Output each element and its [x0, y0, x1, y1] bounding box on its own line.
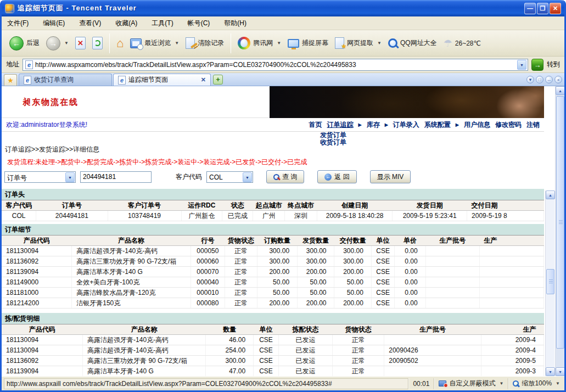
- table-cell: 已发运: [278, 366, 333, 377]
- tab-close-all-button[interactable]: ×: [554, 76, 562, 83]
- pick-detail-table: 产品代码产品名称数量单位拣配状态货物状态生产批号生产181130094高露洁超强…: [2, 324, 544, 376]
- qq-urls-button[interactable]: QQ网址大全: [385, 37, 440, 49]
- order-number-input[interactable]: [80, 171, 152, 183]
- tab-arrange-button[interactable]: ↔: [545, 76, 553, 83]
- menu-tools[interactable]: 工具(T): [152, 19, 173, 28]
- table-cell: 204494181: [36, 211, 108, 221]
- favorites-star-button[interactable]: ★: [4, 74, 17, 86]
- minimize-button[interactable]: —: [524, 3, 536, 14]
- order-detail-table: 产品代码产品名称行号货物状态订购数量发货数量交付数量单位单价生产批号生产1811…: [2, 235, 544, 309]
- recent-dropdown-icon[interactable]: ▼: [175, 41, 179, 46]
- table-cell: 181139094: [2, 267, 72, 277]
- chevron-down-icon[interactable]: ▼: [243, 172, 252, 182]
- address-field[interactable]: e http://www.aspxamcom/ebs/track/TrackDe…: [23, 59, 528, 71]
- scroll-up-button[interactable]: ▲: [556, 86, 564, 95]
- menu-edit[interactable]: 编辑(E): [43, 19, 65, 28]
- nav-inventory[interactable]: 库存: [367, 120, 380, 130]
- column-header: 拣配状态: [278, 324, 333, 335]
- zoom-control[interactable]: 缩放100% ▼: [508, 378, 564, 389]
- tab-close-icon[interactable]: ✕: [201, 76, 206, 83]
- show-miv-button[interactable]: 显示 MIV: [370, 170, 411, 183]
- go-button[interactable]: →: [531, 59, 543, 71]
- tab-list-button[interactable]: ▼: [526, 76, 534, 83]
- chevron-down-icon[interactable]: ▼: [65, 172, 75, 182]
- nav-user-info[interactable]: 用户信息: [464, 120, 490, 130]
- scrollbar-thumb[interactable]: [556, 96, 564, 349]
- close-button[interactable]: ✕: [550, 3, 561, 14]
- clear-history-button[interactable]: 清除记录: [182, 36, 227, 51]
- return-button[interactable]: ← 返 回: [317, 170, 356, 183]
- forward-button[interactable]: → ▼: [43, 35, 72, 52]
- table-cell: 2009-5-19 5:23:41: [393, 211, 467, 221]
- ie-page-icon: e: [25, 60, 33, 69]
- table-cell: 50.00: [257, 288, 298, 298]
- scroll-down-button[interactable]: ▼: [546, 367, 555, 376]
- nav-home[interactable]: 首页: [309, 120, 322, 130]
- page-scrollbar[interactable]: ▲ ▼: [545, 191, 554, 376]
- window-title: 追踪细节页面 - Tencent Traveler: [18, 3, 524, 13]
- nav-logout[interactable]: 注销: [526, 120, 540, 130]
- refresh-button[interactable]: [89, 35, 106, 51]
- nav-change-password[interactable]: 修改密码: [495, 120, 522, 130]
- scrollbar-thumb[interactable]: [546, 269, 554, 294]
- table-cell: [479, 288, 543, 298]
- refresh-icon: [92, 37, 103, 49]
- stop-button[interactable]: ✕: [72, 35, 89, 51]
- table-cell: 广州新仓: [181, 211, 222, 221]
- tab-receive-order-query[interactable]: e 收货订单查询: [19, 74, 112, 86]
- subnav-ship-order[interactable]: 发货订单: [320, 132, 346, 138]
- scroll-down-button[interactable]: ▼: [556, 367, 564, 376]
- column-header: 发货日期: [393, 200, 467, 211]
- address-dropdown-icon[interactable]: ▼: [517, 60, 526, 70]
- go-label[interactable]: 转到: [547, 60, 560, 69]
- web-extract-button[interactable]: ★ 网页提取 ▼: [332, 36, 385, 51]
- table-cell: 000050: [190, 246, 225, 256]
- table-cell: 正常: [225, 277, 257, 288]
- table-cell: 181136092: [2, 356, 83, 366]
- tab-page-icon: e: [118, 76, 126, 85]
- menu-help[interactable]: 帮助(H): [224, 19, 246, 28]
- table-cell: [479, 277, 543, 288]
- forward-dropdown-icon[interactable]: ▼: [64, 41, 69, 46]
- table-cell: 50.00: [298, 288, 334, 298]
- chevron-down-icon[interactable]: ▼: [499, 381, 503, 386]
- capture-screen-button[interactable]: 捕捉屏幕: [284, 37, 332, 49]
- back-button[interactable]: ← 后退: [6, 35, 43, 52]
- address-url[interactable]: http://www.aspxamcom/ebs/track/TrackDeta…: [35, 61, 515, 69]
- customer-code-select[interactable]: COL ▼: [206, 171, 253, 183]
- scroll-up-button[interactable]: ▲: [546, 191, 555, 199]
- recent-history-button[interactable]: 最近浏览 ▼: [127, 37, 182, 50]
- table-cell: 2009-4: [481, 345, 543, 356]
- tencent-dropdown-icon[interactable]: ▼: [277, 41, 281, 46]
- extract-dropdown-icon[interactable]: ▼: [377, 41, 382, 46]
- chevron-down-icon[interactable]: ▼: [556, 381, 560, 386]
- query-button[interactable]: 查 询: [266, 170, 304, 183]
- menu-account[interactable]: 帐号(C): [188, 19, 210, 28]
- menu-favorites[interactable]: 收藏(A): [115, 19, 137, 28]
- tencent-site-button[interactable]: 腾讯网 ▼: [234, 35, 284, 51]
- table-cell: 181130094: [2, 335, 83, 345]
- table-cell: 300.00: [298, 246, 334, 256]
- nav-order-tracking[interactable]: 订单追踪: [327, 120, 354, 130]
- tab-thumbnail-button[interactable]: □: [536, 76, 543, 83]
- new-tab-button[interactable]: +: [213, 75, 223, 85]
- weather-widget[interactable]: ☂ 26~28℃: [440, 36, 484, 51]
- table-cell: 广州: [253, 211, 285, 221]
- search-type-select[interactable]: 订单号 ▼: [4, 171, 76, 183]
- menu-file[interactable]: 文件(F): [7, 19, 29, 28]
- subnav-receive-order[interactable]: 收货订单: [320, 139, 346, 145]
- table-cell: CSE: [371, 277, 394, 288]
- nav-system-config[interactable]: 系统配置: [424, 120, 451, 130]
- table-cell: 高露洁三重功效牙膏 90 G-72支/箱: [83, 356, 206, 366]
- table-cell: 0.00: [395, 267, 425, 277]
- browser-scrollbar[interactable]: ▲ ▼: [555, 86, 564, 376]
- menu-view[interactable]: 查看(V): [79, 19, 101, 28]
- table-cell: 181130094: [2, 345, 83, 356]
- block-mode-control[interactable]: 自定义屏蔽模式 ▼: [434, 378, 508, 389]
- table-cell: 高露洁草本牙膏-140 G: [72, 267, 190, 277]
- table-row: 181130094高露洁超强牙膏-140克-高钙254.00CSE已发运正常20…: [2, 345, 544, 356]
- nav-order-entry[interactable]: 订单录入: [393, 120, 419, 130]
- maximize-button[interactable]: ❐: [537, 3, 548, 14]
- home-button[interactable]: ⌂: [113, 35, 127, 52]
- tab-track-detail-page[interactable]: e 追踪细节页面 ✕: [113, 74, 211, 86]
